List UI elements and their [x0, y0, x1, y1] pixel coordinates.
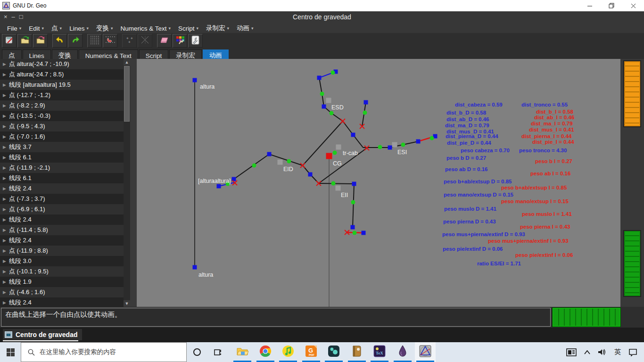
object-list-item[interactable]: ▶点 (-11.9 ; -2.1): [0, 163, 124, 173]
expander-icon[interactable]: ▶: [3, 300, 6, 305]
grid-button[interactable]: [87, 34, 102, 48]
foxit-taskbar-button[interactable]: GPDF: [301, 342, 322, 362]
cortana-button[interactable]: [187, 342, 207, 362]
object-list-item[interactable]: ▶线段 [alturaaltura] 19.5: [0, 80, 124, 90]
undo-button[interactable]: [52, 34, 67, 48]
style-button[interactable]: [173, 34, 187, 48]
scrollbar-thumb[interactable]: [124, 66, 130, 122]
language-indicator[interactable]: 英: [614, 348, 621, 356]
object-list-item[interactable]: ▶点 (-13.5 ; -0.3): [0, 111, 124, 121]
object-list-item[interactable]: ▶点 (-10.1 ; 9.5): [0, 266, 124, 277]
menu-4[interactable]: 变换▾: [93, 24, 116, 33]
expander-icon[interactable]: ▶: [3, 197, 6, 201]
expander-icon[interactable]: ▶: [3, 145, 6, 149]
menu-label: 动画: [237, 24, 249, 33]
taskbar-search[interactable]: 在这里输入你要搜索的内容: [21, 342, 187, 362]
qqmusic-taskbar-button[interactable]: [278, 342, 298, 362]
expander-icon[interactable]: ▶: [3, 217, 6, 222]
notification-icon[interactable]: [628, 348, 637, 356]
object-list-scrollbar[interactable]: ▲ ▼: [124, 59, 130, 307]
object-list-item[interactable]: ▶线段 6.1: [0, 152, 124, 163]
news-widget-icon[interactable]: [566, 348, 577, 356]
expander-icon[interactable]: ▶: [3, 114, 6, 118]
save-button[interactable]: [2, 34, 17, 48]
expander-icon[interactable]: ▶: [3, 103, 6, 108]
object-list-item[interactable]: ▶线段 6.1: [0, 173, 124, 183]
object-list-item[interactable]: ▶点 (-7.0 ; 1.6): [0, 132, 124, 142]
expander-icon[interactable]: ▶: [3, 134, 6, 139]
object-list-item[interactable]: ▶线段 1.9: [0, 277, 124, 287]
document-task-button[interactable]: Centro de gravedad: [3, 329, 82, 340]
wrench-button[interactable]: [188, 34, 203, 48]
object-list-item[interactable]: ▶点 altura(-24.7 ; 8.5): [0, 69, 124, 80]
expander-icon[interactable]: ▶: [3, 82, 6, 87]
hidden-icons-chevron-icon[interactable]: [584, 350, 590, 354]
mtalk-taskbar-button[interactable]: [323, 342, 344, 362]
object-list-item[interactable]: ▶点 (-9.5 ; 4.3): [0, 121, 124, 132]
expander-icon[interactable]: ▶: [3, 280, 6, 284]
minimize-button[interactable]: [579, 0, 601, 11]
magnet-button[interactable]: [103, 34, 117, 48]
object-list-item[interactable]: ▶点 (-11.4 ; 5.8): [0, 225, 124, 235]
expander-icon[interactable]: ▶: [3, 269, 6, 274]
start-button[interactable]: [0, 342, 21, 362]
chrome-taskbar-button[interactable]: [255, 342, 276, 362]
explorer-taskbar-button[interactable]: [232, 342, 253, 362]
object-list-item[interactable]: ▶线段 3.7: [0, 142, 124, 152]
expander-icon[interactable]: ▶: [3, 259, 6, 263]
expander-icon[interactable]: ▶: [3, 238, 6, 243]
expander-icon[interactable]: ▶: [3, 155, 6, 160]
expander-icon[interactable]: ▶: [3, 248, 6, 253]
task-view-button[interactable]: [207, 342, 228, 362]
scroll-up-icon[interactable]: ▲: [124, 59, 130, 66]
menu-8[interactable]: 动画▾: [233, 24, 257, 33]
object-list-item[interactable]: ▶线段 2.4: [0, 214, 124, 225]
expander-icon[interactable]: ▶: [3, 124, 6, 129]
menu-1[interactable]: Edit▾: [25, 25, 47, 33]
orange-scroll-bar[interactable]: [623, 60, 641, 127]
open-folder-button[interactable]: [17, 34, 32, 48]
expander-icon[interactable]: ▶: [3, 228, 6, 232]
close-button[interactable]: [622, 0, 644, 11]
object-list-item[interactable]: ▶线段 2.4: [0, 183, 124, 194]
menu-7[interactable]: 录制宏▾: [203, 24, 232, 33]
scroll-down-icon[interactable]: ▼: [124, 300, 130, 307]
object-list-item[interactable]: ▶点 (-11.9 ; 8.8): [0, 246, 124, 256]
object-list-item[interactable]: ▶线段 3.0: [0, 256, 124, 266]
object-list-item[interactable]: ▶点 (-6.9 ; 6.1): [0, 204, 124, 214]
menu-0[interactable]: File▾: [4, 25, 25, 33]
object-list-item[interactable]: ▶点 (-4.6 ; 1.6): [0, 287, 124, 297]
object-list-item[interactable]: ▶点 altura(-24.7 ; -10.9): [0, 59, 124, 69]
object-list-item[interactable]: ▶线段 2.4: [0, 297, 124, 307]
green-scroll-bar[interactable]: [623, 230, 641, 297]
expander-icon[interactable]: ▶: [3, 186, 6, 191]
expander-icon[interactable]: ▶: [3, 207, 6, 212]
menu-3[interactable]: Lines▾: [66, 25, 92, 33]
menu-6[interactable]: Script▾: [175, 25, 202, 33]
save-as-button[interactable]: [33, 34, 48, 48]
expander-icon[interactable]: ▶: [3, 165, 6, 170]
object-label: 线段 2.4: [9, 298, 32, 307]
redo-button[interactable]: [68, 34, 83, 48]
tex-taskbar-button[interactable]: TeX: [369, 342, 390, 362]
expander-icon[interactable]: ▶: [3, 176, 6, 181]
notebook-taskbar-button[interactable]: [347, 342, 367, 362]
geometry-canvas[interactable]: alturaESDESIEIDtr-cabCGEII[alturaaltura]…: [137, 59, 620, 307]
expander-icon[interactable]: ▶: [3, 290, 6, 295]
animation-progress-bar[interactable]: [553, 308, 620, 327]
drgeo-taskbar-button[interactable]: [415, 342, 436, 362]
object-list-item[interactable]: ▶点 (-12.7 ; -1.2): [0, 90, 124, 100]
expander-icon[interactable]: ▶: [3, 72, 6, 77]
droplet-taskbar-button[interactable]: [392, 342, 413, 362]
annotation-text: dist_pie_D = 0.44: [447, 140, 491, 146]
eraser-button[interactable]: [157, 34, 172, 48]
object-list-item[interactable]: ▶点 (-8.2 ; 2.9): [0, 100, 124, 111]
object-list-item[interactable]: ▶点 (-7.3 ; 3.7): [0, 194, 124, 204]
volume-icon[interactable]: [598, 348, 607, 356]
expander-icon[interactable]: ▶: [3, 93, 6, 98]
menu-2[interactable]: 点▾: [48, 24, 65, 33]
object-list-item[interactable]: ▶线段 2.4: [0, 235, 124, 246]
restore-button[interactable]: [601, 0, 622, 11]
menu-5[interactable]: Numerics & Text▾: [117, 25, 174, 33]
expander-icon[interactable]: ▶: [3, 62, 6, 66]
